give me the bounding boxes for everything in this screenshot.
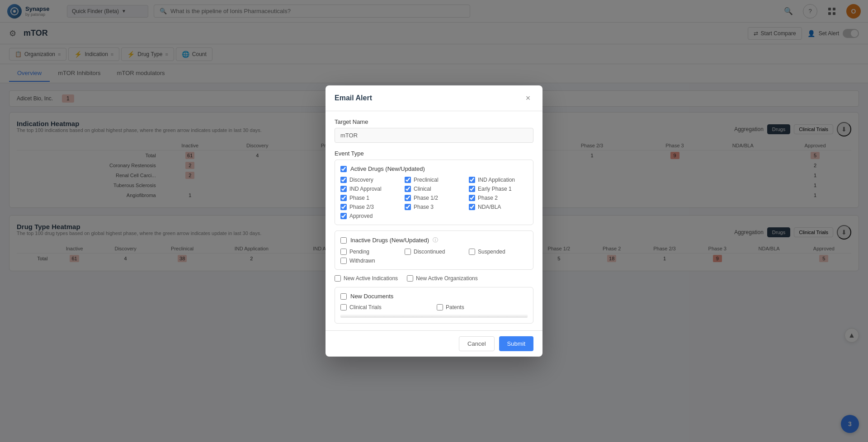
cb-suspended: Suspended [469,249,528,255]
discontinued-label: Discontinued [414,249,445,255]
new-active-organizations-checkbox[interactable] [407,275,413,282]
info-icon: ⓘ [433,236,438,244]
new-active-indications-checkbox[interactable] [335,275,341,282]
ind-application-checkbox[interactable] [469,177,475,183]
active-drugs-header: Active Drugs (New/Updated) [340,165,528,172]
phase1-label: Phase 1 [349,195,369,201]
cb-discontinued: Discontinued [405,249,463,255]
active-drugs-checkbox[interactable] [340,166,347,172]
inactive-drugs-checkboxes: Pending Discontinued Suspended With [340,249,528,264]
pending-checkbox[interactable] [340,249,347,255]
cb-clinical: Clinical [405,186,463,192]
active-drugs-label: Active Drugs (New/Updated) [350,165,425,172]
new-active-organizations-label: New Active Organizations [416,275,478,282]
target-name-input[interactable] [335,128,533,143]
new-active-row: New Active Indications New Active Organi… [335,275,533,282]
nda-bla-checkbox[interactable] [469,204,475,210]
phase3-label: Phase 3 [414,204,434,210]
cb-new-active-indications: New Active Indications [335,275,398,282]
cb-phase1: Phase 1 [340,195,399,201]
phase23-checkbox[interactable] [340,204,347,210]
inactive-drugs-label: Inactive Drugs (New/Updated) [350,237,429,244]
phase3-checkbox[interactable] [405,204,411,210]
active-drugs-checkboxes: Discovery Preclinical IND Application [340,177,528,210]
suspended-checkbox[interactable] [469,249,475,255]
target-name-label: Target Name [335,118,533,125]
cb-ind-application: IND Application [469,177,528,183]
preclinical-label: Preclinical [414,177,439,183]
nda-bla-label: NDA/BLA [478,204,501,210]
discovery-checkbox[interactable] [340,177,347,183]
cb-discovery: Discovery [340,177,399,183]
cb-phase3: Phase 3 [405,204,463,210]
discovery-label: Discovery [349,177,373,183]
ind-application-label: IND Application [478,177,515,183]
cb-new-active-organizations: New Active Organizations [407,275,478,282]
discontinued-checkbox[interactable] [405,249,411,255]
cb-ind-approval: IND Approval [340,186,399,192]
email-alert-modal: Email Alert × Target Name Event Type Act… [326,85,542,286]
cb-withdrawn: Withdrawn [340,258,399,264]
withdrawn-label: Withdrawn [349,258,375,264]
approved-checkbox[interactable] [340,213,347,219]
early-phase1-label: Early Phase 1 [478,186,512,192]
active-drugs-section: Active Drugs (New/Updated) Discovery Pre… [335,160,533,225]
cb-phase2: Phase 2 [469,195,528,201]
cb-phase23: Phase 2/3 [340,204,399,210]
approved-label: Approved [349,213,373,219]
modal-body: Target Name Event Type Active Drugs (New… [326,111,542,286]
phase1-checkbox[interactable] [340,195,347,201]
cb-approved: Approved [340,213,528,219]
modal-overlay: Email Alert × Target Name Event Type Act… [0,0,868,286]
ind-approval-checkbox[interactable] [340,186,347,192]
suspended-label: Suspended [478,249,505,255]
target-name-group: Target Name [335,118,533,143]
inactive-drugs-section: Inactive Drugs (New/Updated) ⓘ Pending D… [335,230,533,270]
modal-title: Email Alert [335,94,372,102]
cb-preclinical: Preclinical [405,177,463,183]
approved-row: Approved [340,213,528,219]
phase23-label: Phase 2/3 [349,204,374,210]
phase12-label: Phase 1/2 [414,195,438,201]
cb-pending: Pending [340,249,399,255]
event-type-group: Event Type Active Drugs (New/Updated) Di… [335,150,533,286]
phase2-label: Phase 2 [478,195,498,201]
clinical-checkbox[interactable] [405,186,411,192]
pending-label: Pending [349,249,369,255]
withdrawn-checkbox[interactable] [340,258,347,264]
early-phase1-checkbox[interactable] [469,186,475,192]
phase2-checkbox[interactable] [469,195,475,201]
event-type-label: Event Type [335,150,533,157]
inactive-drugs-checkbox[interactable] [340,237,347,244]
cb-phase12: Phase 1/2 [405,195,463,201]
cb-early-phase1: Early Phase 1 [469,186,528,192]
phase12-checkbox[interactable] [405,195,411,201]
cb-nda-bla: NDA/BLA [469,204,528,210]
modal-close-button[interactable]: × [523,93,533,103]
ind-approval-label: IND Approval [349,186,382,192]
clinical-label: Clinical [414,186,431,192]
new-active-indications-label: New Active Indications [344,275,398,282]
preclinical-checkbox[interactable] [405,177,411,183]
inactive-drugs-header: Inactive Drugs (New/Updated) ⓘ [340,236,528,244]
modal-header: Email Alert × [326,85,542,111]
